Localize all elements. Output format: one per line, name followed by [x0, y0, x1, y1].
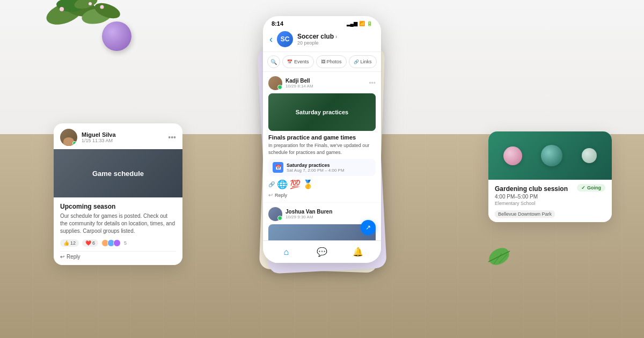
- emoji-3[interactable]: 🥇: [303, 179, 313, 189]
- left-card-reply[interactable]: ↩ Reply: [60, 251, 176, 260]
- phone-header: ‹ SC Soccer club › 20 people: [263, 29, 381, 52]
- left-card-username: Miguel Silva: [82, 131, 164, 138]
- left-card-image: Game schedule: [54, 149, 182, 197]
- leaf-decoration: [483, 241, 515, 268]
- group-avatar: SC: [277, 31, 293, 47]
- links-tab-label: Links: [361, 59, 372, 64]
- right-card-location-secondary: Bellevue Downtown Park: [495, 210, 555, 218]
- thumbs-reaction[interactable]: 👍 12: [60, 239, 79, 247]
- message-1-reply-label: Reply: [275, 193, 287, 198]
- check-icon: ✓: [581, 185, 586, 190]
- left-card-more-button[interactable]: •••: [168, 133, 176, 142]
- phone-content: Kadji Bell 10/29 8:14 AM ••• Saturday pr…: [263, 72, 381, 244]
- heart-icon: ❤️: [85, 240, 91, 246]
- message-1-title: Finals practice and game times: [268, 134, 376, 141]
- reaction-avatar-3: [113, 239, 121, 247]
- right-card-content: ✓ Going Gardening club session 4:00 PM–5…: [488, 180, 612, 222]
- right-card: ✓ Going Gardening club session 4:00 PM–5…: [488, 131, 612, 222]
- photos-tab-label: Photos: [327, 59, 342, 64]
- messages-nav-button[interactable]: 💬: [314, 245, 330, 260]
- group-info: Soccer club › 20 people: [297, 33, 375, 46]
- links-tab-icon: 🔗: [354, 60, 359, 64]
- reply-icon: ↩: [268, 192, 273, 198]
- right-card-location-primary: Elementary School: [495, 201, 605, 206]
- group-name[interactable]: Soccer club ›: [297, 33, 375, 40]
- fab-share-button[interactable]: ↗: [361, 220, 376, 235]
- message-1-image: Saturday practices: [268, 93, 376, 131]
- right-card-time: 4:00 PM–5:00 PM: [495, 194, 605, 200]
- reaction-more-count: 5: [124, 240, 127, 246]
- garden-ball-pink: [503, 146, 522, 165]
- photos-tab[interactable]: 🖼 Photos: [316, 55, 347, 68]
- plant-decoration: [32, 0, 129, 48]
- phone: 8:14 ▂▄▆ 📶 🔋 ‹ SC Soccer club › 20 peopl…: [263, 16, 381, 263]
- left-card-reactions: 👍 12 ❤️ 6 5: [60, 239, 176, 247]
- event-time: Sat Aug 7, 2:00 PM – 4:00 PM: [287, 168, 345, 173]
- left-card-time: 1/15 11:33 AM: [82, 138, 164, 143]
- message-2-time: 10/29 9:30 AM: [286, 215, 332, 219]
- message-2-header: Joshua Van Buren 10/29 9:30 AM: [268, 207, 376, 221]
- share-icon: ↗: [365, 224, 371, 231]
- right-card-image: [488, 131, 612, 180]
- phone-time: 8:14: [272, 20, 283, 27]
- message-1-user-info: Kadji Bell 10/29 8:14 AM: [286, 78, 313, 89]
- message-1-emoji-row: 🔗 🌐 💯 🥇: [268, 179, 376, 189]
- online-indicator: [72, 141, 77, 145]
- phone-bottom-nav: ⌂ 💬 🔔: [263, 240, 381, 263]
- back-button[interactable]: ‹: [269, 34, 273, 45]
- emoji-1[interactable]: 🌐: [277, 179, 288, 189]
- svg-point-7: [89, 2, 92, 5]
- event-name: Saturday practices: [287, 163, 345, 168]
- garden-ball-light: [582, 148, 597, 163]
- message-2-username: Joshua Van Buren: [286, 209, 332, 215]
- left-card-image-overlay: Game schedule: [54, 149, 182, 197]
- reaction-avatars: [101, 239, 121, 247]
- message-1-image-label: Saturday practices: [296, 109, 348, 115]
- svg-point-6: [60, 7, 64, 11]
- left-card-header: Miguel Silva 1/15 11:33 AM •••: [54, 123, 182, 149]
- phone-tabs: 🔍 📅 Events 🖼 Photos 🔗 Links: [263, 52, 381, 72]
- svg-point-8: [100, 5, 104, 9]
- thumbs-icon: 👍: [63, 240, 69, 246]
- message-1-more-button[interactable]: •••: [369, 79, 376, 87]
- left-card-avatar: [60, 129, 77, 146]
- events-tab-label: Events: [294, 59, 309, 64]
- heart-reaction[interactable]: ❤️ 6: [82, 239, 98, 247]
- left-card-title: Upcoming season: [60, 203, 176, 210]
- heart-count: 6: [92, 240, 95, 246]
- add-reaction-icon[interactable]: 🔗: [268, 181, 275, 187]
- notifications-nav-button[interactable]: 🔔: [350, 245, 365, 260]
- message-1-time: 10/29 8:14 AM: [286, 84, 313, 89]
- links-tab[interactable]: 🔗 Links: [349, 55, 377, 68]
- battery-icon: 🔋: [367, 21, 372, 26]
- group-members-count: 20 people: [297, 40, 375, 46]
- group-name-text: Soccer club: [297, 33, 334, 40]
- events-tab[interactable]: 📅 Events: [282, 55, 314, 68]
- going-label: Going: [587, 185, 601, 190]
- message-1-username: Kadji Bell: [286, 78, 313, 84]
- message-1-event-card[interactable]: 📅 Saturday practices Sat Aug 7, 2:00 PM …: [268, 159, 376, 176]
- going-badge[interactable]: ✓ Going: [577, 184, 605, 192]
- message-1-reply-row[interactable]: ↩ Reply: [268, 192, 376, 198]
- left-card-content: Upcoming season Our schedule for games i…: [54, 197, 182, 265]
- message-item-1: Kadji Bell 10/29 8:14 AM ••• Saturday pr…: [263, 72, 381, 203]
- message-2-avatar: [268, 207, 282, 221]
- garden-ball-teal: [541, 145, 562, 166]
- left-card-user-info: Miguel Silva 1/15 11:33 AM: [82, 131, 164, 143]
- message-1-header: Kadji Bell 10/29 8:14 AM •••: [268, 76, 376, 90]
- left-card: Miguel Silva 1/15 11:33 AM ••• Game sche…: [54, 123, 182, 265]
- events-tab-icon: 📅: [287, 60, 292, 64]
- event-info: Saturday practices Sat Aug 7, 2:00 PM – …: [287, 163, 345, 173]
- home-nav-button[interactable]: ⌂: [279, 245, 294, 260]
- wifi-icon: 📶: [359, 21, 365, 26]
- message-1-body: In preparation for the Finals, we've upd…: [268, 142, 376, 156]
- event-calendar-icon: 📅: [273, 162, 283, 173]
- reply-arrow-icon: ↩: [60, 254, 64, 260]
- message-1-avatar: [268, 76, 282, 90]
- left-card-image-label: Game schedule: [92, 170, 144, 178]
- left-card-description: Our schedule for games is posted. Check …: [60, 212, 176, 235]
- emoji-2[interactable]: 💯: [290, 179, 301, 189]
- phone-status-icons: ▂▄▆ 📶 🔋: [347, 21, 372, 26]
- status-bar: 8:14 ▂▄▆ 📶 🔋: [263, 16, 381, 29]
- search-tab[interactable]: 🔍: [267, 55, 280, 68]
